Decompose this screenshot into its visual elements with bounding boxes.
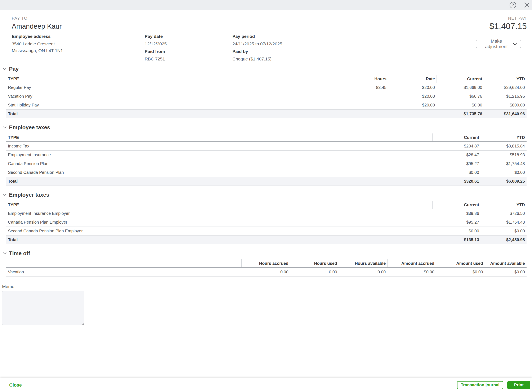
section-title: Employee taxes [9, 124, 50, 131]
paid-from-label: Paid from [145, 49, 233, 54]
column-header-type: TYPE [6, 133, 432, 141]
cell-ytd: $29,624.00 [484, 85, 527, 90]
cell-ytd: $6,089.25 [481, 179, 527, 184]
help-icon[interactable]: ? [510, 2, 516, 8]
cell-current: $328.61 [432, 179, 481, 184]
cell-ytd: $800.00 [484, 103, 527, 107]
cell-current: $66.76 [437, 94, 484, 99]
column-header-amount-accrued: Amount accrued [387, 259, 436, 267]
transaction-journal-button[interactable]: Transaction journal [457, 381, 503, 389]
cell-type: Canada Pension Plan Employer [6, 220, 432, 225]
column-header-amount-available: Amount available [485, 259, 527, 267]
table-row: Stat Holiday Pay $20.00 $0.00 $800.00 [6, 101, 527, 110]
table-row: Employment Insurance Employer $39.86 $72… [6, 209, 527, 218]
column-header-amount-used: Amount used [436, 259, 485, 267]
cell-hours: 83.45 [341, 85, 388, 90]
cell-current: $135.13 [432, 238, 481, 242]
pay-period-label: Pay period [233, 34, 341, 39]
section-employer-taxes-header[interactable]: Employer taxes [0, 191, 532, 198]
cell-rate: $20.00 [388, 103, 437, 107]
cell-hours-accrued: 0.00 [241, 270, 290, 275]
cell-ytd: $1,216.96 [484, 94, 527, 99]
table-total-row: Total $1,735.76 $31,640.96 [6, 110, 527, 118]
pay-date-label: Pay date [145, 34, 233, 39]
table-row: Vacation Pay $20.00 $66.76 $1,216.96 [6, 92, 527, 101]
cell-hours-used: 0.00 [290, 270, 339, 275]
table-total-row: Total $135.13 $2,480.98 [6, 236, 527, 244]
top-bar: ? [0, 0, 532, 10]
cell-type: Regular Pay [6, 85, 341, 90]
column-header-ytd: YTD [484, 75, 527, 83]
cell-ytd: $3,815.84 [481, 144, 527, 149]
table-header: TYPE Current YTD [6, 133, 527, 142]
cell-type: Employment Insurance Employer [6, 211, 432, 216]
column-header-hours-accrued: Hours accrued [241, 259, 290, 267]
chevron-down-icon [3, 252, 6, 254]
column-header-current: Current [437, 75, 484, 83]
cell-type: Canada Pension Plan [6, 161, 432, 166]
memo-textarea[interactable] [2, 291, 84, 325]
pay-table-header: TYPE Hours Rate Current YTD [6, 75, 527, 83]
make-adjustment-label: Make adjustment [480, 38, 513, 49]
cell-type: Vacation [6, 270, 241, 275]
chevron-down-icon [3, 126, 6, 128]
column-header-rate: Rate [388, 75, 437, 83]
section-employee-taxes-header[interactable]: Employee taxes [0, 124, 532, 131]
time-off-table: Hours accrued Hours used Hours available… [6, 259, 527, 276]
print-button[interactable]: Print [507, 381, 530, 389]
paycheque-header: PAY TO Amandeep Kaur NET PAY $1,407.15 E… [0, 10, 532, 61]
section-employee-taxes: Employee taxes TYPE Current YTD Income T… [0, 124, 532, 186]
section-employer-taxes: Employer taxes TYPE Current YTD Employme… [0, 191, 532, 244]
pay-to-label: PAY TO [12, 16, 62, 20]
column-header-type: TYPE [6, 75, 341, 83]
employer-taxes-table: TYPE Current YTD Employment Insurance Em… [6, 201, 527, 244]
pay-period-block: Pay period 24/11/2025 to 07/12/2025 Paid… [233, 34, 341, 61]
memo-block: Memo [0, 284, 532, 326]
employee-taxes-table: TYPE Current YTD Income Tax $204.87 $3,8… [6, 133, 527, 186]
pay-info-row: Employee address 3540 Laddie Crescent Mi… [12, 34, 527, 61]
column-header-ytd: YTD [481, 201, 527, 209]
table-row: Second Canada Pension Plan $0.00 $0.00 [6, 168, 527, 177]
paid-by-value: Cheque ($1,407.15) [233, 56, 341, 61]
pay-date-value: 12/12/2025 [145, 42, 233, 47]
section-pay-header[interactable]: Pay [0, 66, 532, 72]
cell-current: $1,669.00 [437, 85, 484, 90]
column-header-blank [6, 259, 241, 267]
net-pay-label: NET PAY [489, 16, 527, 20]
pay-date-block: Pay date 12/12/2025 Paid from RBC 7251 [145, 34, 233, 61]
section-time-off-header[interactable]: Time off [0, 250, 532, 257]
section-time-off: Time off Hours accrued Hours used Hours … [0, 250, 532, 276]
column-header-current: Current [432, 201, 481, 209]
section-title: Time off [9, 250, 30, 257]
pay-table: TYPE Hours Rate Current YTD Regular Pay … [6, 75, 527, 118]
paid-from-value: RBC 7251 [145, 56, 233, 61]
cell-hours-available: 0.00 [339, 270, 387, 275]
employee-address-block: Employee address 3540 Laddie Crescent Mi… [12, 34, 145, 61]
close-button[interactable]: Close [9, 382, 22, 388]
cell-current: $39.86 [432, 211, 481, 216]
footer-bar: Close Transaction journal Print [0, 378, 532, 392]
table-row: Canada Pension Plan $95.27 $1,754.48 [6, 159, 527, 168]
cell-type: Income Tax [6, 144, 432, 149]
employee-address-label: Employee address [12, 34, 145, 39]
cell-amount-accrued: $0.00 [387, 270, 436, 275]
pay-to-block: PAY TO Amandeep Kaur [12, 16, 62, 31]
net-pay-block: NET PAY $1,407.15 [489, 16, 527, 31]
table-row: Canada Pension Plan Employer $95.27 $1,7… [6, 218, 527, 227]
close-icon[interactable] [523, 1, 530, 9]
cell-type: Second Canada Pension Plan [6, 170, 432, 175]
table-row: Employment Insurance $28.47 $518.93 [6, 151, 527, 159]
employee-address-line2: Mississauga, ON L4T 1N1 [12, 48, 145, 53]
cell-type: Second Canada Pension Plan Employer [6, 229, 432, 233]
column-header-hours-used: Hours used [290, 259, 339, 267]
cell-ytd: $2,480.98 [481, 238, 527, 242]
table-header: Hours accrued Hours used Hours available… [6, 259, 527, 268]
make-adjustment-dropdown[interactable]: Make adjustment [476, 40, 521, 48]
cell-current: $0.00 [432, 170, 481, 175]
table-row: Vacation 0.00 0.00 0.00 $0.00 $0.00 $0.0… [6, 268, 527, 276]
cell-current: $0.00 [437, 103, 484, 107]
net-pay-amount: $1,407.15 [489, 22, 527, 31]
section-pay: Pay TYPE Hours Rate Current YTD Regular … [0, 66, 532, 118]
cell-current: $95.27 [432, 161, 481, 166]
table-row: Regular Pay 83.45 $20.00 $1,669.00 $29,6… [6, 83, 527, 92]
